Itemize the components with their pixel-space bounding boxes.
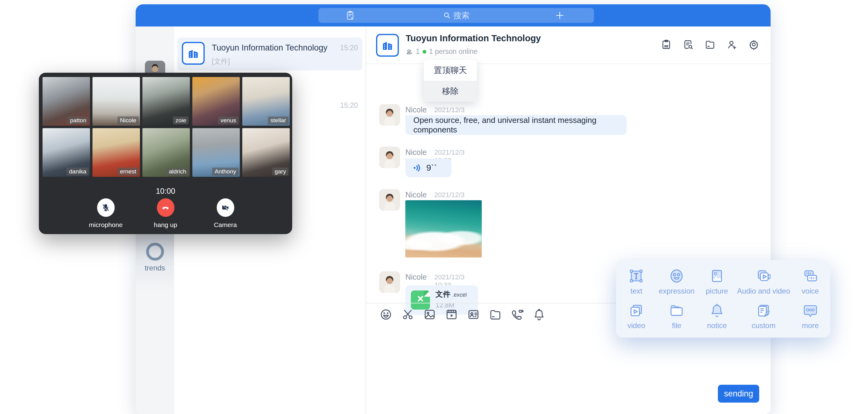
search-placeholder: 搜索 (454, 10, 469, 21)
text-icon (628, 268, 645, 284)
panel-label: more (802, 321, 819, 330)
participant-tile[interactable]: patton (42, 77, 90, 126)
camera-toggle[interactable]: Camera (207, 198, 244, 229)
panel-item-text[interactable]: text (616, 264, 656, 299)
conversation-item-selected[interactable]: Tuoyun Information Technology [文件] 15:20 (177, 38, 362, 70)
video-call-icon[interactable] (510, 308, 524, 321)
participant-tile[interactable]: danika (42, 128, 90, 177)
text-bubble[interactable]: Open source, free, and universal instant… (405, 115, 627, 135)
participant-name: venus (218, 117, 239, 124)
send-file-icon[interactable] (489, 308, 502, 321)
panel-item-voice[interactable]: voice (790, 264, 830, 299)
participant-name: aldrich (166, 167, 189, 176)
panel-label: file (672, 321, 682, 330)
contact-card-icon[interactable] (467, 308, 480, 321)
send-button-label: sending (724, 389, 753, 399)
panel-item-custom[interactable]: custom (737, 299, 790, 333)
files-folder-icon[interactable] (704, 39, 716, 50)
file-name: 文件.excel (436, 289, 467, 299)
panel-label: video (627, 321, 645, 330)
sender-name: Nicole (405, 273, 427, 282)
participant-name: danika (67, 167, 89, 176)
add-member-icon[interactable] (726, 39, 738, 50)
online-dot (423, 50, 426, 54)
sender-avatar[interactable] (379, 189, 400, 211)
hang-up-icon (157, 198, 175, 217)
participant-tile[interactable]: Nicole (92, 77, 140, 126)
notification-bell-icon[interactable] (532, 308, 546, 321)
mic-muted-icon (97, 198, 115, 217)
file-extension: .excel (452, 292, 467, 298)
participant-tile[interactable]: gary (242, 128, 290, 177)
sender-avatar[interactable] (379, 272, 400, 293)
menu-item-remove[interactable]: 移除 (424, 81, 477, 102)
screenshot-scissors-icon[interactable] (401, 308, 414, 321)
search-field[interactable]: 搜索 (318, 8, 594, 23)
call-controls: microphone hang up Camera (39, 198, 292, 229)
sender-avatar[interactable] (379, 104, 400, 126)
voice-wave-icon (412, 163, 422, 173)
settings-gear-icon[interactable] (748, 39, 760, 50)
sender-name: Nicole (405, 190, 427, 199)
participant-name: patton (67, 117, 89, 124)
call-timer: 10:00 (39, 187, 292, 196)
hang-up-button[interactable]: hang up (147, 198, 184, 229)
sender-avatar[interactable] (379, 147, 400, 168)
panel-item-video[interactable]: video (616, 299, 656, 333)
send-video-icon[interactable] (445, 308, 458, 321)
panel-label: voice (802, 287, 819, 295)
panel-label: custom (752, 321, 776, 330)
chat-record-search-icon[interactable] (682, 39, 694, 50)
search-icon (443, 11, 451, 20)
participant-tile[interactable]: ernest (92, 128, 140, 177)
top-search-bar[interactable]: 搜索 (318, 8, 594, 23)
participant-name: ernest (118, 167, 139, 176)
group-avatar-icon (182, 42, 205, 65)
camera-muted-icon (217, 198, 234, 217)
voice-icon (802, 268, 819, 284)
participant-tile[interactable]: stellar (242, 77, 290, 126)
conversation-title: Tuoyun Information Technology (212, 43, 329, 53)
menu-item-pin-chat[interactable]: 置顶聊天 (424, 60, 477, 81)
participant-tile[interactable]: zoie (143, 77, 190, 126)
voice-duration: 9`` (426, 163, 437, 173)
panel-item-picture[interactable]: picture (696, 264, 737, 299)
announcement-icon[interactable] (660, 39, 672, 50)
panel-item-notice[interactable]: notice (696, 299, 737, 333)
chat-title: Tuoyun Information Technology (406, 33, 541, 43)
camera-label: Camera (214, 221, 237, 229)
notice-icon (709, 302, 725, 319)
panel-item-expression[interactable]: expression (656, 264, 697, 299)
sender-name: Nicole (405, 148, 427, 157)
chat-header: Tuoyun Information Technology 1 1 person… (366, 27, 771, 64)
participant-grid: patton Nicole zoie venus stellar danika … (42, 77, 288, 177)
sidebar-item-trends[interactable]: trends (135, 243, 174, 272)
participant-name: stellar (268, 117, 288, 124)
participant-tile[interactable]: venus (192, 77, 240, 126)
top-bar: 搜索 (135, 4, 771, 27)
context-menu: 置顶聊天 移除 (424, 60, 477, 102)
participant-name: Nicole (118, 117, 139, 124)
panel-item-audio-video[interactable]: Audio and video (737, 264, 790, 299)
participant-name: zoie (173, 117, 189, 124)
trends-label: trends (135, 264, 174, 272)
send-button[interactable]: sending (718, 385, 759, 403)
screen: { "topbar": { "search_placeholder": "搜索"… (0, 0, 868, 414)
panel-item-more[interactable]: more (790, 299, 830, 333)
image-attachment-beach[interactable] (405, 200, 482, 257)
picture-icon (709, 268, 725, 284)
video-icon (628, 302, 645, 319)
panel-label: picture (706, 287, 728, 295)
emoji-icon[interactable] (379, 308, 393, 321)
voice-bubble[interactable]: 9`` (405, 159, 452, 177)
microphone-toggle[interactable]: microphone (88, 198, 124, 229)
panel-item-file[interactable]: file (656, 299, 697, 333)
members-icon (406, 48, 413, 56)
participant-tile[interactable]: aldrich (143, 128, 190, 177)
audio-video-icon (755, 268, 772, 284)
panel-label: Audio and video (737, 287, 790, 295)
add-button[interactable] (555, 10, 565, 20)
participant-tile[interactable]: Anthony (192, 128, 240, 177)
send-image-icon[interactable] (423, 308, 436, 321)
panel-label: text (630, 287, 642, 295)
